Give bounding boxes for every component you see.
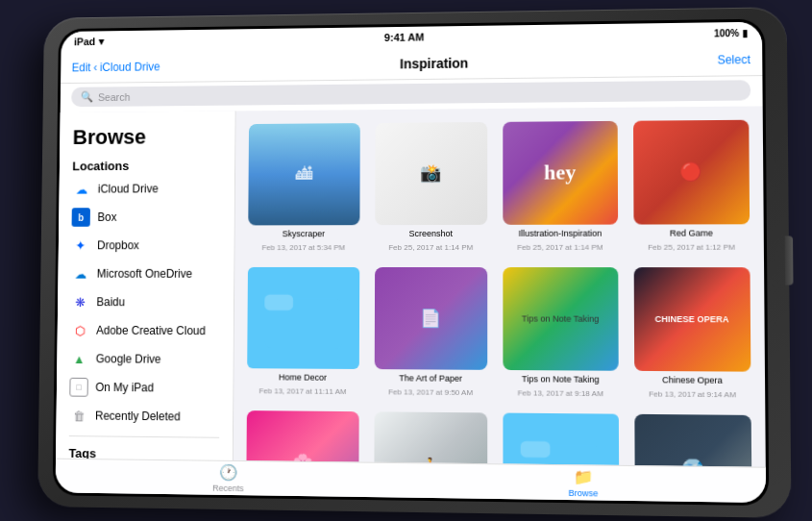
dropbox-label: Dropbox: [97, 238, 139, 252]
icloud-icon: ☁: [71, 180, 89, 199]
tab-browse[interactable]: 📁 Browse: [568, 467, 598, 498]
notes-thumb: Tips on Note Taking: [503, 267, 618, 372]
search-bar[interactable]: 🔍 Search: [71, 80, 750, 107]
illustrations-folder-svg: [520, 429, 601, 467]
file-illustrations[interactable]: Illustrations Jan 23, 2017 at 9:12 PM: [499, 409, 623, 467]
home-decor-date: Feb 13, 2017 at 11:11 AM: [258, 386, 346, 396]
dropbox-icon: ✦: [71, 236, 89, 256]
sidebar-divider: [68, 435, 218, 438]
sidebar-item-dropbox[interactable]: ✦ Dropbox: [58, 231, 234, 260]
file-opera[interactable]: CHINESE OPERA Chinese Opera Feb 13, 2017…: [629, 263, 755, 404]
home-decor-thumb: [247, 267, 359, 370]
pink-leaf-preview: 🌸: [246, 410, 358, 466]
recents-label: Recents: [212, 484, 244, 493]
sidebar: Browse Locations ☁ iCloud Drive b Box ✦ …: [56, 111, 235, 459]
onedrive-icon: ☁: [70, 264, 88, 284]
on-ipad-icon: □: [69, 378, 87, 397]
sidebar-item-creative-cloud[interactable]: ⬡ Adobe Creative Cloud: [57, 316, 233, 345]
file-notes[interactable]: Tips on Note Taking Tips on Note Taking …: [499, 263, 622, 403]
sidebar-item-google-drive[interactable]: ▲ Google Drive: [57, 344, 233, 374]
recently-deleted-label: Recently Deleted: [94, 409, 180, 424]
folder-svg: [263, 282, 342, 354]
file-paper[interactable]: 📄 The Art of Paper Feb 13, 2017 at 9:50 …: [370, 263, 491, 402]
sidebar-item-recently-deleted[interactable]: 🗑 Recently Deleted: [56, 401, 233, 432]
status-bar-left: iPad ▾: [73, 36, 104, 48]
wifi-icon: ▾: [98, 36, 104, 48]
park-thumb: 🚶: [373, 412, 486, 467]
jewelry-preview: 💎: [633, 414, 751, 467]
paper-thumb: 📄: [374, 267, 487, 371]
ipad-screen: iPad ▾ 9:41 AM 100% ▮ Edit ‹ iCloud Driv…: [55, 22, 766, 503]
screenshot-thumb: 📸: [374, 122, 486, 225]
google-drive-label: Google Drive: [95, 352, 160, 365]
baidu-label: Baidu: [96, 295, 125, 309]
select-button[interactable]: Select: [717, 53, 750, 67]
file-red-game[interactable]: 🔴 Red Game Feb 25, 2017 at 1:12 PM: [628, 116, 753, 256]
edit-label[interactable]: Edit: [71, 61, 90, 74]
recents-icon: 🕐: [218, 463, 237, 482]
ipad-power-button: [784, 236, 793, 285]
illustration-date: Feb 25, 2017 at 1:14 PM: [517, 242, 603, 251]
file-illustration[interactable]: hey Illustration-Inspiration Feb 25, 201…: [499, 117, 622, 256]
creative-cloud-label: Adobe Creative Cloud: [96, 324, 206, 337]
paper-preview: 📄: [374, 267, 487, 371]
svg-rect-1: [263, 294, 292, 310]
svg-rect-3: [520, 441, 550, 458]
main-content: Browse Locations ☁ iCloud Drive b Box ✦ …: [56, 106, 766, 466]
ipad-label: iPad: [73, 36, 94, 47]
recently-deleted-icon: 🗑: [68, 406, 87, 425]
back-label[interactable]: iCloud Drive: [99, 60, 160, 73]
status-bar-time: 9:41 AM: [383, 32, 423, 43]
status-bar-right: 100% ▮: [713, 27, 748, 38]
jewelry-thumb: 💎: [633, 414, 751, 467]
nav-title: Inspiration: [400, 55, 468, 71]
sidebar-item-icloud[interactable]: ☁ iCloud Drive: [59, 174, 234, 203]
notes-date: Feb 13, 2017 at 9:18 AM: [517, 389, 603, 399]
sidebar-item-baidu[interactable]: ❋ Baidu: [57, 287, 233, 316]
box-icon: b: [71, 208, 89, 227]
baidu-icon: ❋: [70, 292, 88, 311]
tab-recents[interactable]: 🕐 Recents: [212, 463, 244, 493]
file-jewelry[interactable]: 💎 Modern Jewelry Jan 17, 2017 at 8:13 PM: [629, 410, 755, 467]
ipad-device: iPad ▾ 9:41 AM 100% ▮ Edit ‹ iCloud Driv…: [37, 7, 791, 518]
red-game-name: Red Game: [669, 228, 712, 238]
locations-title: Locations: [59, 155, 234, 176]
screenshot-name: Screenshot: [408, 229, 453, 239]
illustration-name: Illustration-Inspiration: [518, 228, 602, 238]
opera-thumb: CHINESE OPERA: [633, 267, 750, 372]
park-preview: 🚶: [373, 412, 486, 467]
file-home-decor[interactable]: Home Decor Feb 13, 2017 at 11:11 AM: [243, 263, 363, 401]
opera-date: Feb 13, 2017 at 9:14 AM: [649, 390, 736, 400]
paper-name: The Art of Paper: [399, 374, 462, 385]
skyscraper-preview: 🏙: [248, 123, 359, 225]
file-pink-leaf[interactable]: 🌸 Pink Leaf Jan 23, 2017 at 3:09 PM: [241, 407, 361, 466]
sidebar-item-onedrive[interactable]: ☁ Microsoft OneDrive: [58, 260, 234, 288]
browse-icon: 📁: [573, 467, 593, 486]
red-game-preview: 🔴: [632, 120, 750, 225]
file-screenshot[interactable]: 📸 Screenshot Feb 25, 2017 at 1:14 PM: [370, 118, 491, 256]
skyscraper-date: Feb 13, 2017 at 5:34 PM: [261, 243, 345, 252]
illustration-preview: hey: [503, 121, 617, 225]
sidebar-item-on-ipad[interactable]: □ On My iPad: [56, 373, 233, 403]
skyscraper-name: Skyscraper: [282, 229, 324, 239]
opera-name: Chinese Opera: [662, 376, 723, 387]
battery-label: 100%: [713, 28, 738, 38]
skyscraper-thumb: 🏙: [248, 123, 359, 225]
notes-name: Tips on Note Taking: [521, 375, 599, 386]
nav-back-button[interactable]: Edit ‹ iCloud Drive: [71, 60, 160, 74]
red-game-date: Feb 25, 2017 at 1:12 PM: [648, 242, 735, 251]
illustrations-thumb: [503, 413, 618, 467]
notes-preview: Tips on Note Taking: [503, 267, 618, 372]
box-label: Box: [97, 211, 116, 224]
sidebar-item-box[interactable]: b Box: [59, 203, 234, 232]
file-grid: 🏙 Skyscraper Feb 13, 2017 at 5:34 PM 📸 S…: [233, 106, 765, 466]
pink-leaf-thumb: 🌸: [246, 410, 358, 466]
file-park[interactable]: 🚶 Park Sketch Jan 26, 2017 at 12:30 PM: [369, 408, 491, 466]
browse-label: Browse: [568, 488, 598, 499]
opera-preview: CHINESE OPERA: [633, 267, 750, 372]
paper-date: Feb 13, 2017 at 9:50 AM: [388, 388, 473, 398]
creative-cloud-icon: ⬡: [70, 321, 88, 340]
file-skyscraper[interactable]: 🏙 Skyscraper Feb 13, 2017 at 5:34 PM: [244, 119, 363, 256]
on-ipad-label: On My iPad: [95, 381, 154, 394]
icloud-label: iCloud Drive: [97, 182, 158, 195]
